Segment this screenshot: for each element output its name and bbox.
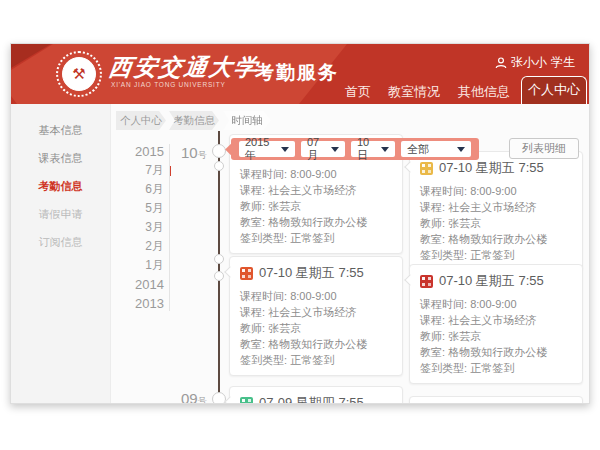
attendance-card[interactable]: 07-10 星期五 7:55 课程时间: 8:00-9:00 课程: 社会主义市…: [229, 256, 403, 376]
type-select[interactable]: 全部: [401, 141, 471, 157]
university-name-en: XI'AN JIAO TONG UNIVERSITY: [111, 81, 226, 88]
field-label: 教师:: [420, 217, 445, 229]
field-value: 格物致知行政办公楼: [448, 346, 547, 358]
status-stamp-icon: [240, 267, 253, 280]
field-label: 教室:: [420, 233, 445, 245]
nav-year-2015[interactable]: 2015: [114, 142, 164, 161]
field-value: 格物致知行政办公楼: [268, 216, 367, 228]
user-role: 学生: [551, 54, 575, 71]
timeline-node: [214, 254, 224, 264]
date-nav-divider: [169, 144, 170, 311]
field-value: 社会主义市场经济: [268, 184, 356, 196]
nav-month-march[interactable]: 3月: [114, 218, 164, 237]
field-label: 签到类型:: [420, 362, 467, 374]
timeline-date-nav: 2015 7月 6月 5月 3月 2月 1月 2014 2013: [114, 142, 164, 313]
nav-month-january[interactable]: 1月: [114, 256, 164, 275]
field-label: 课程:: [240, 306, 265, 318]
filter-bar: 2015年 07月 10日 全部: [231, 138, 479, 160]
header-corner-accent: [11, 44, 51, 68]
field-value: 8:00-9:00: [470, 185, 516, 197]
attendance-card[interactable]: 07-10 星期五 7:55 课程时间: 8:00-9:00 课程: 社会主义市…: [409, 264, 583, 384]
field-label: 教室:: [240, 216, 265, 228]
nav-month-february[interactable]: 2月: [114, 237, 164, 256]
filter-bar-tail: [225, 143, 238, 156]
chevron-down-icon: [381, 147, 389, 156]
field-label: 课程:: [420, 201, 445, 213]
university-logo-icon: ⚒: [56, 51, 102, 97]
field-label: 教师:: [240, 200, 265, 212]
timeline-node: [214, 161, 224, 171]
nav-year-2014[interactable]: 2014: [114, 275, 164, 294]
field-label: 课程:: [420, 314, 445, 326]
nav-year-2013[interactable]: 2013: [114, 294, 164, 313]
breadcrumb-timeline[interactable]: 时间轴: [223, 111, 271, 130]
status-stamp-icon: [420, 275, 433, 288]
field-label: 教师:: [240, 322, 265, 334]
field-label: 课程:: [240, 184, 265, 196]
list-detail-button[interactable]: 列表明细: [509, 138, 579, 159]
sidebar-item-leave-request[interactable]: 请假申请: [11, 207, 110, 222]
user-name: 张小小: [511, 54, 547, 71]
field-value: 正常签到: [470, 362, 514, 374]
sidebar-item-basic-info[interactable]: 基本信息: [11, 123, 110, 138]
field-value: 张芸京: [448, 330, 481, 342]
field-label: 课程时间:: [240, 168, 287, 180]
nav-other-info[interactable]: 其他信息: [453, 80, 515, 104]
person-icon: [495, 57, 507, 69]
field-value: 正常签到: [290, 354, 334, 366]
year-select[interactable]: 2015年: [239, 141, 295, 157]
chevron-down-icon: [457, 147, 465, 156]
status-stamp-icon: [420, 162, 433, 175]
field-value: 张芸京: [448, 217, 481, 229]
field-value: 社会主义市场经济: [448, 314, 536, 326]
field-label: 教室:: [240, 338, 265, 350]
status-stamp-icon: [240, 397, 253, 405]
app-window: ⚒ 西安交通大学 XI'AN JIAO TONG UNIVERSITY 考勤服务…: [10, 43, 590, 404]
field-value: 正常签到: [290, 232, 334, 244]
field-label: 教师:: [420, 330, 445, 342]
chevron-down-icon: [281, 147, 289, 156]
field-value: 张芸京: [268, 200, 301, 212]
nav-month-may[interactable]: 5月: [114, 199, 164, 218]
nav-personal-center-active-tab[interactable]: 个人中心: [521, 76, 587, 104]
nav-month-july[interactable]: 7月: [114, 161, 164, 180]
field-value: 8:00-9:00: [470, 298, 516, 310]
field-value: 格物致知行政办公楼: [268, 338, 367, 350]
sidebar-item-timetable[interactable]: 课表信息: [11, 151, 110, 166]
field-value: 社会主义市场经济: [448, 201, 536, 213]
field-label: 签到类型:: [240, 354, 287, 366]
attendance-card-clipped[interactable]: [409, 396, 583, 404]
breadcrumb-personal-center[interactable]: 个人中心: [116, 111, 166, 130]
field-value: 格物致知行政办公楼: [448, 233, 547, 245]
nav-classrooms[interactable]: 教室情况: [383, 80, 445, 104]
timeline-node: [214, 271, 224, 281]
app-title: 考勤服务: [255, 60, 339, 86]
field-value: 8:00-9:00: [290, 168, 336, 180]
attendance-card[interactable]: 07-10 星期五 7:55 课程时间: 8:00-9:00 课程: 社会主义市…: [409, 151, 583, 271]
day-label-09: 09号: [181, 390, 207, 404]
user-menu[interactable]: 张小小 学生: [495, 54, 575, 71]
university-name: 西安交通大学: [107, 52, 261, 83]
sidebar-item-subscription[interactable]: 订阅信息: [11, 235, 110, 250]
card-date: 07-10 星期五 7:55: [439, 159, 544, 177]
nav-home[interactable]: 首页: [333, 80, 383, 104]
field-label: 签到类型:: [420, 249, 467, 261]
field-value: 社会主义市场经济: [268, 306, 356, 318]
nav-month-june[interactable]: 6月: [114, 180, 164, 199]
chevron-down-icon: [331, 147, 339, 156]
app-header: ⚒ 西安交通大学 XI'AN JIAO TONG UNIVERSITY 考勤服务…: [11, 44, 589, 104]
card-date: 07-10 星期五 7:55: [439, 272, 544, 290]
field-label: 签到类型:: [240, 232, 287, 244]
field-label: 课程时间:: [240, 290, 287, 302]
attendance-card[interactable]: 07-09 星期四 7:55: [229, 386, 403, 404]
field-value: 张芸京: [268, 322, 301, 334]
field-value: 正常签到: [470, 249, 514, 261]
breadcrumb-attendance[interactable]: 考勤信息: [169, 111, 219, 130]
sidebar-item-attendance[interactable]: 考勤信息: [11, 179, 110, 194]
card-date: 07-10 星期五 7:55: [259, 264, 364, 282]
university-emblem-icon: ⚒: [62, 57, 96, 91]
month-select[interactable]: 07月: [301, 141, 345, 157]
day-select[interactable]: 10日: [351, 141, 395, 157]
card-date: 07-09 星期四 7:55: [259, 394, 364, 404]
timeline-node: [212, 144, 226, 158]
